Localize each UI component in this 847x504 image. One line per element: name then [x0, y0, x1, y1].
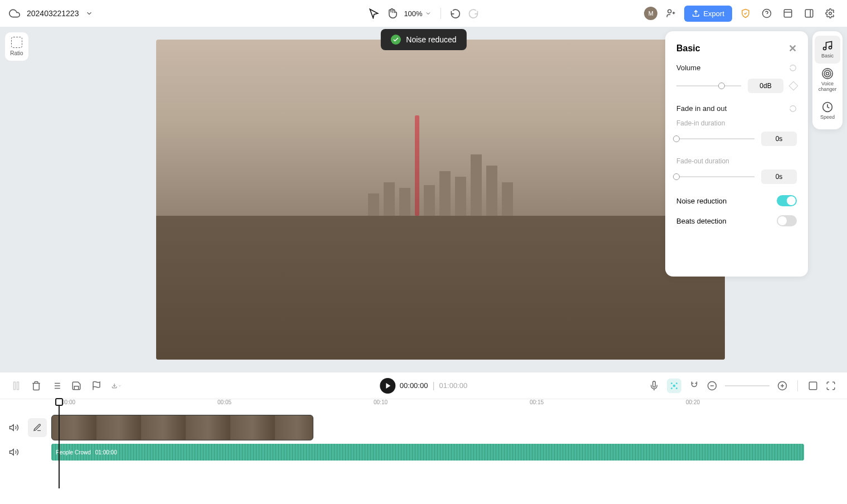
track-edit-button[interactable]	[28, 418, 47, 437]
volume-slider-row: 0dB	[676, 79, 797, 93]
fade-in-slider[interactable]	[676, 138, 754, 139]
download-icon[interactable]	[112, 381, 122, 391]
shield-icon[interactable]	[738, 6, 753, 21]
timeline-toolbar-left	[11, 381, 122, 391]
hand-tool-icon[interactable]	[386, 8, 397, 19]
project-name[interactable]: 202403221223	[27, 9, 79, 18]
settings-icon[interactable]	[822, 6, 838, 21]
fade-section: Fade in and out	[676, 104, 797, 113]
fade-out-label: Fade-out duration	[676, 157, 797, 165]
trash-icon[interactable]	[31, 381, 41, 391]
ground-decoration	[156, 216, 725, 360]
user-avatar[interactable]: M	[644, 7, 657, 20]
mic-icon[interactable]	[649, 381, 659, 391]
audio-track-row: People Crowd 01:00:00	[28, 444, 847, 461]
flag-icon[interactable]	[91, 381, 101, 391]
ratio-button[interactable]: Ratio	[5, 32, 28, 61]
volume-value[interactable]: 0dB	[748, 79, 783, 93]
ruler-mark: 00:05	[217, 399, 231, 405]
svg-point-0	[668, 9, 671, 13]
panel-basic: Basic ✕ Volume 0dB Fade in and out	[665, 31, 808, 277]
noise-reduction-row: Noise reduction	[676, 195, 797, 206]
svg-rect-29	[809, 382, 817, 390]
noise-reduction-toggle[interactable]	[777, 195, 797, 206]
close-icon[interactable]: ✕	[788, 42, 797, 55]
zoom-in-icon[interactable]	[777, 381, 787, 391]
timeline-toolbar-center: 00:00:00 | 01:00:00	[380, 378, 467, 394]
svg-marker-31	[10, 449, 14, 455]
tab-speed-label: Speed	[820, 115, 835, 120]
audio-clip-duration: 01:00:00	[95, 449, 117, 455]
cursor-tool-icon[interactable]	[368, 8, 379, 19]
play-button[interactable]	[380, 378, 395, 394]
fade-out-slider-row: 0s	[676, 169, 797, 184]
video-clip[interactable]	[51, 415, 313, 440]
reset-icon[interactable]	[789, 64, 797, 72]
chevron-down-icon[interactable]	[85, 9, 93, 17]
speaker-icon[interactable]	[9, 447, 19, 457]
tab-speed[interactable]: Speed	[812, 97, 843, 125]
video-preview[interactable]	[156, 40, 725, 360]
reset-icon[interactable]	[789, 105, 797, 113]
volume-slider[interactable]	[676, 85, 741, 86]
magnet-icon[interactable]	[689, 381, 699, 391]
topbar-right: M Export	[644, 6, 838, 22]
undo-icon[interactable]	[450, 8, 461, 19]
skyline-decoration	[156, 149, 725, 216]
svg-point-23	[676, 387, 677, 389]
ai-icon[interactable]	[667, 379, 681, 393]
beats-detection-toggle[interactable]	[777, 215, 797, 226]
list-icon[interactable]	[51, 381, 61, 391]
fade-out-slider[interactable]	[676, 176, 754, 177]
timeline-area: 00:00:00 | 01:00:00	[0, 372, 847, 504]
svg-point-7	[826, 72, 829, 75]
zoom-value: 100%	[404, 9, 422, 18]
add-user-icon[interactable]	[663, 6, 679, 21]
timeline-zoom-slider[interactable]	[725, 385, 769, 386]
timeline-toolbar-right	[649, 379, 836, 393]
tab-basic[interactable]: Basic	[815, 36, 840, 64]
ruler-mark: 00:20	[686, 399, 700, 405]
speaker-icon[interactable]	[9, 423, 19, 433]
right-panels: Basic ✕ Volume 0dB Fade in and out	[665, 31, 843, 277]
tab-basic-label: Basic	[821, 54, 834, 59]
keyframe-icon[interactable]	[789, 81, 798, 91]
panel-toggle-icon[interactable]	[801, 6, 817, 21]
help-icon[interactable]	[759, 6, 775, 21]
svg-rect-2	[784, 9, 792, 17]
beats-detection-label: Beats detection	[676, 217, 727, 225]
svg-point-22	[671, 387, 672, 389]
time-separator: |	[432, 381, 434, 391]
volume-section: Volume	[676, 64, 797, 72]
toast-notification: Noise reduced	[380, 29, 466, 50]
timeline-ruler[interactable]: 00:00 00:05 00:10 00:15 00:20	[0, 399, 847, 415]
export-label: Export	[703, 9, 724, 18]
svg-rect-4	[805, 9, 813, 17]
split-icon[interactable]	[11, 381, 21, 391]
svg-rect-12	[17, 382, 19, 390]
svg-rect-11	[14, 382, 16, 390]
playhead-handle[interactable]	[55, 398, 63, 406]
export-button[interactable]: Export	[684, 6, 732, 22]
save-icon[interactable]	[71, 381, 81, 391]
tab-voice-changer[interactable]: Voice changer	[812, 64, 843, 97]
fullscreen-icon[interactable]	[826, 381, 836, 391]
fade-out-value[interactable]: 0s	[761, 169, 797, 184]
svg-point-21	[676, 382, 677, 384]
svg-point-20	[671, 382, 672, 384]
top-bar: 202403221223 100% M Export	[0, 0, 847, 27]
ruler-mark: 00:10	[374, 399, 388, 405]
redo-icon[interactable]	[468, 8, 479, 19]
fade-in-value[interactable]: 0s	[761, 132, 797, 146]
noise-reduction-label: Noise reduction	[676, 197, 727, 205]
divider	[441, 8, 441, 19]
audio-clip[interactable]: People Crowd 01:00:00	[51, 444, 804, 461]
timeline-toolbar: 00:00:00 | 01:00:00	[0, 372, 847, 399]
zoom-out-icon[interactable]	[707, 381, 717, 391]
video-track-row	[28, 415, 847, 440]
fit-icon[interactable]	[808, 381, 818, 391]
library-icon[interactable]	[780, 6, 796, 21]
zoom-level[interactable]: 100%	[404, 9, 431, 18]
cloud-icon[interactable]	[9, 8, 20, 19]
playhead[interactable]	[59, 399, 60, 488]
